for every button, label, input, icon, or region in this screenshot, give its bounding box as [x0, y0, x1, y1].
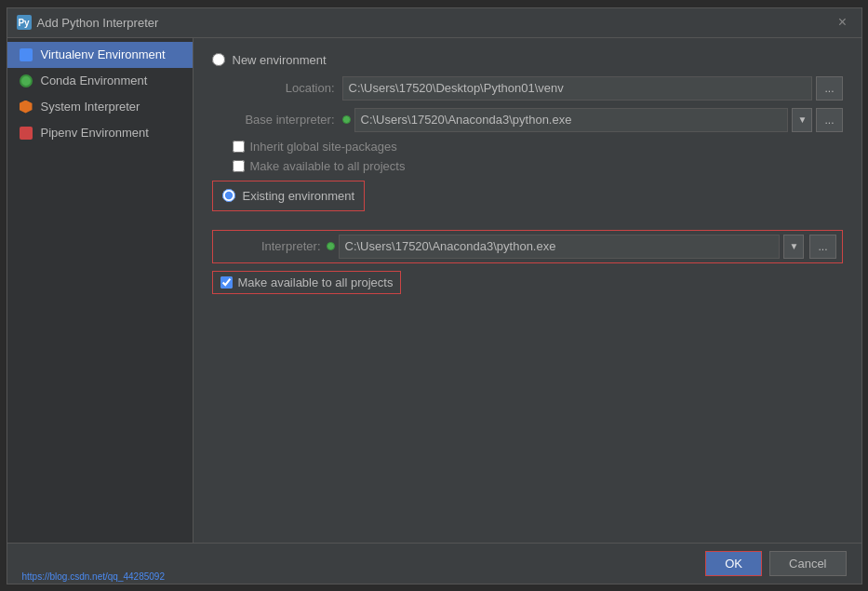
make-available-label: Make available to all projects — [238, 275, 394, 289]
location-label: Location: — [233, 81, 335, 95]
make-available-checkbox[interactable] — [220, 276, 233, 289]
sidebar-item-virtualenv[interactable]: Virtualenv Environment — [7, 42, 193, 68]
existing-environment-section: Existing environment — [212, 181, 366, 211]
python-icon: Py — [17, 15, 32, 30]
make-available-new-label: Make available to all projects — [250, 159, 406, 173]
make-available-new-row: Make available to all projects — [233, 159, 843, 173]
location-input-container: ... — [342, 76, 843, 101]
base-interpreter-label: Base interpreter: — [233, 113, 335, 127]
inherit-global-checkbox[interactable] — [233, 141, 245, 153]
footer-link[interactable]: https://blog.csdn.net/qq_44285092 — [22, 571, 165, 582]
sidebar-label-system: System Interpreter — [41, 100, 140, 114]
pipenv-icon — [19, 126, 33, 141]
add-interpreter-dialog: Py Add Python Interpreter × Virtualenv E… — [7, 7, 862, 584]
cancel-button[interactable]: Cancel — [769, 551, 846, 576]
interpreter-select[interactable]: C:\Users\17520\Anaconda3\python.exe — [339, 235, 781, 259]
base-interpreter-dropdown-arrow[interactable]: ▼ — [792, 108, 812, 132]
base-interpreter-browse-button[interactable]: ... — [816, 108, 842, 132]
base-interpreter-container: C:\Users\17520\Anaconda3\python.exe ▼ ..… — [342, 108, 843, 132]
new-environment-label: New environment — [233, 53, 327, 67]
dialog-body: Virtualenv Environment Conda Environment… — [7, 38, 861, 543]
new-environment-radio[interactable] — [212, 53, 225, 66]
make-available-new-checkbox[interactable] — [233, 160, 245, 172]
make-available-row: Make available to all projects — [212, 271, 402, 294]
system-icon — [19, 100, 33, 114]
location-input[interactable] — [342, 76, 813, 101]
interpreter-input-container: C:\Users\17520\Anaconda3\python.exe ▼ — [327, 235, 805, 259]
sidebar-label-conda: Conda Environment — [41, 74, 148, 87]
main-content: New environment Location: ... Base inter… — [194, 38, 861, 543]
dialog-title: Add Python Interpreter — [37, 16, 159, 30]
base-interpreter-row: Base interpreter: C:\Users\17520\Anacond… — [233, 108, 843, 132]
interpreter-status-dot — [342, 115, 351, 124]
new-environment-form: Location: ... Base interpreter: C:\Users… — [233, 76, 843, 173]
interpreter-label: Interpreter: — [219, 239, 321, 253]
interpreter-dropdown-arrow[interactable]: ▼ — [783, 235, 804, 259]
new-environment-option[interactable]: New environment — [212, 53, 843, 67]
dialog-footer: https://blog.csdn.net/qq_44285092 OK Can… — [7, 543, 861, 584]
base-interpreter-select[interactable]: C:\Users\17520\Anaconda3\python.exe — [354, 108, 789, 132]
inherit-global-label: Inherit global site-packages — [250, 140, 397, 154]
existing-environment-label: Existing environment — [243, 189, 355, 203]
close-button[interactable]: × — [834, 13, 852, 32]
conda-icon — [19, 74, 33, 88]
location-row: Location: ... — [233, 76, 843, 101]
title-bar: Py Add Python Interpreter × — [7, 8, 861, 38]
interpreter-row: Interpreter: C:\Users\17520\Anaconda3\py… — [212, 230, 843, 263]
virtualenv-icon — [19, 47, 33, 62]
sidebar-item-conda[interactable]: Conda Environment — [7, 68, 193, 94]
sidebar-item-system[interactable]: System Interpreter — [7, 94, 193, 120]
sidebar: Virtualenv Environment Conda Environment… — [7, 38, 194, 543]
sidebar-item-pipenv[interactable]: Pipenv Environment — [7, 120, 193, 146]
ok-button[interactable]: OK — [705, 551, 762, 576]
title-bar-left: Py Add Python Interpreter — [17, 15, 159, 30]
sidebar-label-pipenv: Pipenv Environment — [41, 126, 149, 140]
inherit-global-row: Inherit global site-packages — [233, 140, 843, 154]
interpreter-dot — [327, 242, 335, 250]
sidebar-label-virtualenv: Virtualenv Environment — [41, 47, 166, 61]
existing-environment-radio[interactable] — [222, 189, 235, 202]
interpreter-browse-button[interactable]: ... — [809, 235, 835, 259]
location-browse-button[interactable]: ... — [816, 76, 842, 101]
